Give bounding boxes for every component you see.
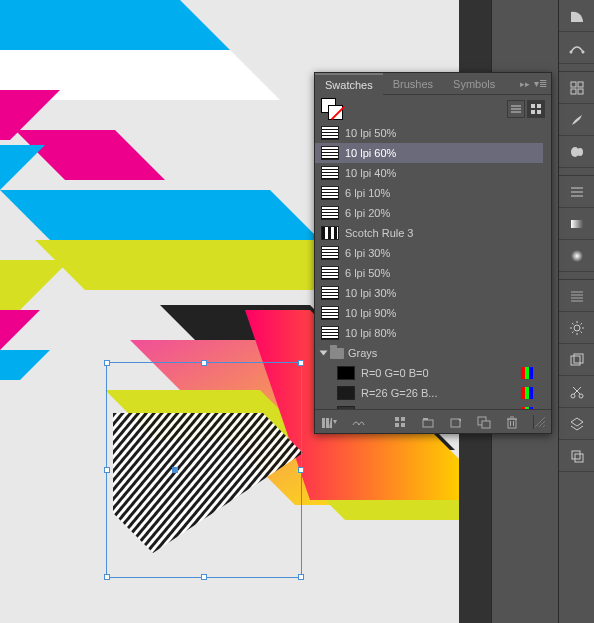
- panel-footer: ▾: [315, 409, 551, 433]
- svg-rect-57: [537, 104, 541, 108]
- svg-point-19: [582, 50, 585, 53]
- tab-swatches[interactable]: Swatches: [315, 73, 383, 95]
- svg-rect-22: [571, 89, 576, 94]
- tool-artboard-icon[interactable]: [559, 440, 594, 472]
- svg-rect-59: [537, 110, 541, 114]
- svg-marker-4: [0, 145, 45, 190]
- swatch-label: Scotch Rule 3: [345, 227, 537, 239]
- panel-tabs: Swatches Brushes Symbols ▸▸ ▾≣: [315, 73, 551, 95]
- swatch-library-icon[interactable]: ▾: [321, 414, 337, 430]
- swatch-item[interactable]: Scotch Rule 3: [315, 223, 543, 243]
- svg-rect-58: [531, 110, 535, 114]
- svg-marker-8: [0, 310, 40, 350]
- tool-scissors-icon[interactable]: [559, 376, 594, 408]
- swatches-panel: Swatches Brushes Symbols ▸▸ ▾≣ 10 lpi 50…: [314, 72, 552, 434]
- svg-rect-29: [571, 220, 583, 228]
- swatch-options-icon[interactable]: [393, 414, 407, 430]
- tool-perspective-icon[interactable]: [559, 344, 594, 376]
- svg-point-47: [579, 394, 583, 398]
- tab-brushes[interactable]: Brushes: [383, 73, 443, 95]
- swatch-label: 6 lpi 50%: [345, 267, 537, 279]
- swatch-item[interactable]: 10 lpi 80%: [315, 323, 543, 343]
- tool-radial-icon[interactable]: [559, 240, 594, 272]
- swatch-item[interactable]: 6 lpi 50%: [315, 263, 543, 283]
- swatch-item[interactable]: R=26 G=26 B...: [315, 383, 543, 403]
- svg-rect-72: [508, 419, 516, 428]
- color-mode-icon: [521, 387, 537, 399]
- right-toolbar: [558, 0, 594, 623]
- tool-gradient-icon[interactable]: [559, 208, 594, 240]
- svg-marker-2: [15, 130, 165, 180]
- delete-swatch-icon[interactable]: [505, 414, 519, 430]
- swatch-item[interactable]: 10 lpi 30%: [315, 283, 543, 303]
- tab-symbols[interactable]: Symbols: [443, 73, 505, 95]
- new-color-group-icon[interactable]: [421, 414, 435, 430]
- tool-sun-icon[interactable]: [559, 312, 594, 344]
- swatch-item[interactable]: R=0 G=0 B=0: [315, 363, 543, 383]
- tool-grid-icon[interactable]: [559, 72, 594, 104]
- svg-point-30: [571, 250, 583, 262]
- group-label: Grays: [348, 347, 537, 359]
- svg-rect-21: [578, 82, 583, 87]
- svg-marker-7: [0, 260, 70, 310]
- svg-rect-64: [401, 417, 405, 421]
- svg-line-41: [581, 331, 583, 333]
- swatch-label: 10 lpi 40%: [345, 167, 537, 179]
- swatch-label: 10 lpi 60%: [345, 147, 537, 159]
- tool-lines-icon[interactable]: [559, 176, 594, 208]
- swatch-group[interactable]: Grays: [315, 343, 543, 363]
- fill-stroke-icon[interactable]: [321, 98, 343, 120]
- color-mode-icon: [521, 367, 537, 379]
- svg-rect-71: [482, 421, 490, 428]
- swatch-label: 6 lpi 20%: [345, 207, 537, 219]
- new-swatch-icon[interactable]: [449, 414, 463, 430]
- tool-brush-icon[interactable]: [559, 104, 594, 136]
- swatch-item[interactable]: 6 lpi 20%: [315, 203, 543, 223]
- color-mode-icon: [521, 407, 537, 409]
- tool-lines2-icon[interactable]: [559, 280, 594, 312]
- view-thumb-icon[interactable]: [527, 100, 545, 118]
- show-kinds-icon[interactable]: [351, 414, 365, 430]
- swatch-item[interactable]: 10 lpi 40%: [315, 163, 543, 183]
- swatch-label: R=51 G=51 B...: [361, 407, 515, 409]
- swatch-label: 10 lpi 30%: [345, 287, 537, 299]
- break-link-icon[interactable]: [477, 414, 491, 430]
- swatch-item[interactable]: 6 lpi 10%: [315, 183, 543, 203]
- swatch-scroll[interactable]: 10 lpi 50% 10 lpi 60% 10 lpi 40% 6 lpi 1…: [315, 123, 543, 409]
- svg-rect-23: [578, 89, 583, 94]
- svg-marker-50: [571, 418, 583, 426]
- tool-blob-icon[interactable]: [559, 136, 594, 168]
- svg-line-79: [543, 425, 545, 427]
- tool-layers-icon[interactable]: [559, 408, 594, 440]
- svg-rect-44: [571, 356, 580, 365]
- svg-rect-63: [395, 417, 399, 421]
- swatch-item[interactable]: R=51 G=51 B...: [315, 403, 543, 409]
- svg-rect-65: [395, 423, 399, 427]
- svg-point-46: [571, 394, 575, 398]
- svg-marker-0: [0, 0, 230, 50]
- swatch-item[interactable]: 10 lpi 50%: [315, 123, 543, 143]
- swatch-item[interactable]: 6 lpi 30%: [315, 243, 543, 263]
- tool-curvature-icon[interactable]: [559, 32, 594, 64]
- resize-grip-icon[interactable]: [533, 415, 545, 429]
- svg-rect-52: [575, 454, 583, 462]
- selection-box[interactable]: [106, 362, 302, 578]
- svg-rect-67: [423, 420, 433, 427]
- svg-point-35: [574, 325, 580, 331]
- svg-line-42: [572, 331, 574, 333]
- svg-rect-62: [329, 417, 332, 427]
- panel-menu-icon[interactable]: ▾≣: [534, 78, 547, 89]
- svg-rect-69: [451, 419, 460, 427]
- folder-icon: [330, 348, 344, 359]
- swatch-item[interactable]: 10 lpi 90%: [315, 303, 543, 323]
- swatch-label: 10 lpi 80%: [345, 327, 537, 339]
- svg-rect-60: [322, 418, 325, 428]
- tool-shape-icon[interactable]: [559, 0, 594, 32]
- view-list-icon[interactable]: [507, 100, 525, 118]
- swatch-label: R=0 G=0 B=0: [361, 367, 515, 379]
- swatch-item[interactable]: 10 lpi 60%: [315, 143, 543, 163]
- svg-rect-51: [572, 451, 580, 459]
- expand-icon[interactable]: ▸▸: [520, 79, 530, 89]
- swatch-label: R=26 G=26 B...: [361, 387, 515, 399]
- swatch-label: 6 lpi 10%: [345, 187, 537, 199]
